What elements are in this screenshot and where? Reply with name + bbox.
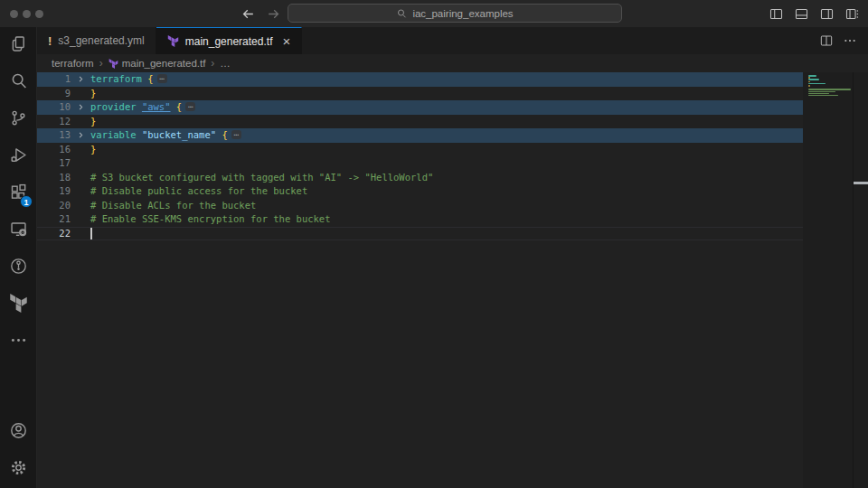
forward-button[interactable] (266, 6, 281, 22)
files-icon (9, 34, 28, 57)
fold-chevron-icon[interactable] (71, 72, 90, 87)
token-br: { (147, 73, 153, 84)
breadcrumb-item-terraform[interactable]: terraform (52, 58, 94, 69)
overview-ruler[interactable] (853, 72, 868, 488)
token-br: } (90, 88, 96, 99)
activity-item-extensions[interactable]: 1 (0, 175, 37, 212)
code-text: # S3 bucket configured with tagged with … (90, 171, 433, 185)
line-number[interactable]: 12 (37, 115, 71, 129)
token-cm: # Enable SSE-KMS encryption for the buck… (90, 213, 331, 224)
breadcrumb-item-…[interactable]: … (220, 58, 231, 69)
gitlens-icon (9, 257, 28, 279)
folded-code-ellipsis[interactable]: ⋯ (185, 102, 195, 111)
minimize-window-button[interactable] (23, 10, 31, 18)
token-br: { (222, 129, 227, 140)
folded-code-ellipsis[interactable]: ⋯ (231, 130, 241, 139)
remote-explorer-icon (9, 220, 28, 242)
token-cm: # Disable ACLs for the bucket (90, 200, 256, 211)
activity-item-additional-views[interactable] (0, 324, 37, 361)
code-line-17[interactable]: 17 (37, 156, 868, 171)
code-line-20[interactable]: 20# Disable ACLs for the bucket (37, 199, 868, 213)
code-line-9[interactable]: 9} (37, 87, 868, 101)
code-line-22[interactable]: 22 (37, 227, 868, 241)
folded-code-ellipsis[interactable]: ⋯ (157, 74, 167, 83)
token-strlink: "aws" (142, 101, 171, 112)
line-number[interactable]: 18 (37, 171, 71, 185)
code-text: # Disable ACLs for the bucket (90, 199, 256, 213)
code-line-10[interactable]: 10provider "aws" {⋯ (37, 100, 868, 115)
fold-gutter (71, 156, 90, 171)
tab-strip: !s3_generated.ymlmain_generated.tf× (37, 27, 868, 54)
toggle-primary-sidebar-icon[interactable] (769, 6, 784, 22)
search-icon (396, 8, 407, 19)
fold-gutter (71, 143, 90, 157)
activity-item-remote-explorer[interactable] (0, 212, 37, 249)
fold-chevron-icon[interactable] (71, 128, 90, 143)
fold-gutter (71, 199, 90, 213)
breadcrumb-item-main_generated.tf[interactable]: main_generated.tf (108, 58, 206, 69)
activity-item-gitlens[interactable] (0, 249, 37, 286)
extensions-badge: 1 (20, 195, 33, 208)
minimap-line (808, 79, 819, 80)
line-number[interactable]: 20 (37, 199, 71, 213)
breadcrumb-label: terraform (52, 58, 94, 69)
tab-s3_generated.yml[interactable]: !s3_generated.yml (37, 27, 156, 54)
token-br: } (90, 144, 96, 155)
code-line-18[interactable]: 18# S3 bucket configured with tagged wit… (37, 171, 868, 185)
activity-item-run-and-debug[interactable] (0, 138, 37, 175)
minimap[interactable] (808, 75, 852, 99)
line-number[interactable]: 22 (37, 227, 71, 241)
fold-gutter (71, 115, 90, 129)
warning-icon: ! (48, 34, 52, 48)
split-editor-icon[interactable] (819, 33, 834, 48)
activity-item-accounts[interactable] (0, 414, 37, 451)
breadcrumb-separator: › (211, 57, 214, 70)
line-number[interactable]: 1 (37, 72, 71, 87)
line-number[interactable]: 10 (37, 100, 71, 115)
zoom-window-button[interactable] (35, 10, 43, 18)
line-number[interactable]: 13 (37, 128, 71, 143)
search-text: iac_pairing_examples (412, 8, 513, 19)
token-br: { (176, 101, 182, 112)
activity-item-terraform[interactable] (0, 286, 37, 324)
activity-item-manage[interactable] (0, 451, 37, 488)
code-line-13[interactable]: 13variable "bucket_name" {⋯ (37, 128, 868, 143)
command-center-search[interactable]: iac_pairing_examples (288, 4, 622, 23)
code-line-12[interactable]: 12} (37, 115, 868, 129)
toggle-panel-icon[interactable] (794, 6, 809, 22)
back-button[interactable] (241, 6, 256, 22)
minimap-line (808, 85, 810, 87)
tab-label: s3_generated.yml (58, 34, 144, 47)
line-number[interactable]: 17 (37, 156, 71, 171)
customize-layout-icon[interactable] (844, 6, 860, 22)
terraform-icon (108, 59, 118, 69)
toggle-secondary-sidebar-icon[interactable] (819, 6, 835, 22)
line-number[interactable]: 21 (37, 212, 71, 227)
traffic-lights (10, 0, 43, 27)
code-line-19[interactable]: 19# Disable public access for the bucket (37, 184, 868, 199)
editor-actions (819, 27, 868, 54)
activity-item-explorer[interactable] (0, 27, 37, 64)
code-line-1[interactable]: 1terraform {⋯ (37, 72, 868, 87)
minimap-line (808, 97, 852, 99)
account-icon (9, 421, 28, 444)
line-number[interactable]: 16 (37, 143, 71, 157)
fold-chevron-icon[interactable] (71, 100, 90, 115)
titlebar: iac_pairing_examples (0, 0, 868, 27)
tab-main_generated.tf[interactable]: main_generated.tf× (156, 27, 303, 54)
code-text: } (90, 115, 96, 129)
code-lines: 1terraform {⋯9}10provider "aws" {⋯12}13v… (37, 72, 868, 240)
code-editor[interactable]: 1terraform {⋯9}10provider "aws" {⋯12}13v… (37, 72, 868, 488)
more-actions-icon[interactable] (843, 33, 857, 48)
token-kw: provider (90, 101, 142, 112)
activity-item-search[interactable] (0, 64, 37, 101)
line-number[interactable]: 9 (37, 87, 71, 101)
code-line-16[interactable]: 16} (37, 143, 868, 157)
minimap-line (808, 91, 835, 93)
close-tab-icon[interactable]: × (282, 34, 290, 48)
close-window-button[interactable] (10, 10, 18, 18)
line-number[interactable]: 19 (37, 184, 71, 199)
activity-item-source-control[interactable] (0, 101, 37, 138)
code-line-21[interactable]: 21# Enable SSE-KMS encryption for the bu… (37, 212, 868, 227)
code-text: variable "bucket_name" {⋯ (90, 128, 241, 143)
